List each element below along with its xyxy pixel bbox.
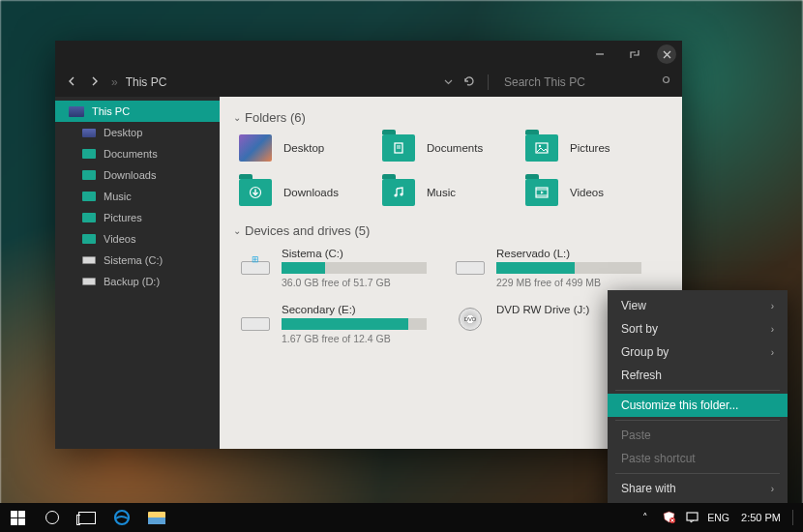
close-button[interactable] (657, 44, 676, 64)
drive-icon: ⊞ (239, 248, 272, 275)
tray-chevron-icon[interactable]: ˄ (638, 512, 653, 524)
menu-separator (615, 420, 780, 421)
file-explorer-button[interactable] (139, 503, 174, 532)
menu-separator (615, 390, 780, 391)
sidebar-item-documents[interactable]: Documents (55, 143, 220, 164)
taskbar: ˄ ENG 2:50 PM (0, 503, 803, 532)
svg-point-3 (663, 77, 669, 83)
videos-icon (525, 179, 558, 206)
file-explorer-window: » This PC Search This PC This PC Desktop… (55, 41, 682, 449)
sidebar-item-label: This PC (92, 105, 130, 117)
task-view-button[interactable] (70, 503, 104, 532)
drive-free-text: 229 MB free of 499 MB (496, 277, 669, 288)
chevron-right-icon: › (771, 301, 774, 311)
sidebar-item-label: Music (104, 191, 132, 202)
drive-label: Sistema (C:) (282, 248, 454, 259)
folder-desktop[interactable]: Desktop (239, 134, 382, 162)
sidebar-item-label: Pictures (104, 212, 142, 223)
minimize-button[interactable] (587, 44, 612, 65)
folder-music[interactable]: Music (382, 179, 525, 206)
sidebar-item-backup-d[interactable]: Backup (D:) (55, 271, 220, 292)
cortana-icon (45, 511, 59, 524)
folder-videos[interactable]: Videos (525, 179, 669, 206)
drive-reservado-l[interactable]: Reservado (L:) 229 MB free of 499 MB (454, 248, 669, 288)
folder-icon (82, 149, 96, 159)
security-alert-icon[interactable] (661, 511, 676, 525)
drive-free-text: 36.0 GB free of 51.7 GB (282, 277, 454, 288)
folder-documents[interactable]: Documents (382, 134, 525, 162)
context-sort[interactable]: Sort by› (608, 317, 788, 340)
context-paste: Paste (608, 424, 788, 447)
task-view-icon (78, 512, 96, 524)
folder-icon (82, 170, 96, 180)
pc-icon (69, 106, 84, 117)
language-indicator[interactable]: ENG (707, 512, 729, 523)
sidebar-item-music[interactable]: Music (55, 186, 220, 207)
chevron-down-icon: ⌄ (233, 112, 241, 123)
context-customize[interactable]: Customize this folder... (608, 394, 788, 417)
sidebar-item-label: Downloads (104, 169, 156, 181)
sidebar-item-label: Videos (104, 233, 135, 245)
start-button[interactable] (0, 503, 35, 532)
refresh-button[interactable] (461, 75, 478, 90)
context-refresh[interactable]: Refresh (608, 364, 788, 387)
sidebar-item-label: Backup (D:) (104, 276, 160, 287)
drive-secondary-e[interactable]: Secondary (E:) 1.67 GB free of 12.4 GB (239, 304, 454, 344)
sidebar-item-videos[interactable]: Videos (55, 228, 220, 250)
breadcrumb[interactable]: This PC (126, 75, 167, 89)
toolbar-divider (488, 74, 489, 90)
sidebar-item-this-pc[interactable]: This PC (55, 101, 220, 122)
section-label: Devices and drives (5) (245, 223, 370, 238)
drive-icon (82, 278, 96, 285)
chevron-right-icon: › (771, 347, 774, 358)
search-input[interactable]: Search This PC (498, 75, 653, 89)
folder-pictures[interactable]: Pictures (525, 134, 669, 162)
cortana-button[interactable] (35, 503, 70, 532)
windows-icon (11, 511, 25, 525)
sidebar-item-desktop[interactable]: Desktop (55, 122, 220, 143)
sidebar-item-label: Documents (104, 148, 158, 160)
svg-point-8 (539, 145, 541, 147)
maximize-button[interactable] (622, 44, 647, 65)
chevron-right-icon: › (771, 324, 774, 335)
context-view[interactable]: View› (608, 294, 788, 317)
folder-downloads[interactable]: Downloads (239, 179, 382, 206)
drive-label: Reservado (L:) (496, 248, 669, 259)
sidebar-item-pictures[interactable]: Pictures (55, 207, 220, 228)
back-button[interactable] (63, 75, 80, 89)
window-titlebar (55, 41, 682, 68)
action-center-icon[interactable] (684, 511, 699, 525)
show-desktop-button[interactable] (792, 510, 793, 525)
context-group[interactable]: Group by› (608, 340, 788, 364)
search-icon[interactable] (659, 75, 674, 89)
context-paste-shortcut: Paste shortcut (608, 447, 788, 470)
navigation-toolbar: » This PC Search This PC (55, 68, 682, 97)
folders-section-header[interactable]: ⌄ Folders (6) (233, 110, 669, 125)
sidebar-item-sistema-c[interactable]: Sistema (C:) (55, 250, 220, 271)
svg-point-12 (400, 192, 402, 195)
clock[interactable]: 2:50 PM (737, 512, 785, 523)
folder-icon (148, 512, 165, 524)
folder-label: Pictures (570, 142, 610, 154)
drive-icon (239, 304, 272, 331)
folder-label: Music (427, 187, 456, 198)
edge-button[interactable] (104, 503, 139, 532)
desktop-icon (239, 134, 272, 162)
context-menu: View› Sort by› Group by› Refresh Customi… (608, 290, 788, 532)
folder-label: Documents (427, 142, 483, 154)
forward-button[interactable] (86, 75, 104, 89)
folder-label: Videos (570, 187, 604, 198)
desktop-icon (82, 129, 96, 137)
drives-section-header[interactable]: ⌄ Devices and drives (5) (233, 223, 669, 238)
music-icon (382, 179, 415, 206)
section-label: Folders (6) (245, 110, 306, 125)
pictures-icon (525, 134, 558, 162)
sidebar-item-label: Sistema (C:) (104, 254, 163, 266)
history-dropdown[interactable] (441, 75, 455, 89)
storage-bar (282, 318, 427, 330)
drive-sistema-c[interactable]: ⊞ Sistema (C:) 36.0 GB free of 51.7 GB (239, 248, 454, 288)
context-share[interactable]: Share with› (608, 477, 788, 500)
breadcrumb-separator: » (109, 75, 120, 89)
folder-label: Desktop (283, 142, 324, 154)
sidebar-item-downloads[interactable]: Downloads (55, 164, 220, 186)
